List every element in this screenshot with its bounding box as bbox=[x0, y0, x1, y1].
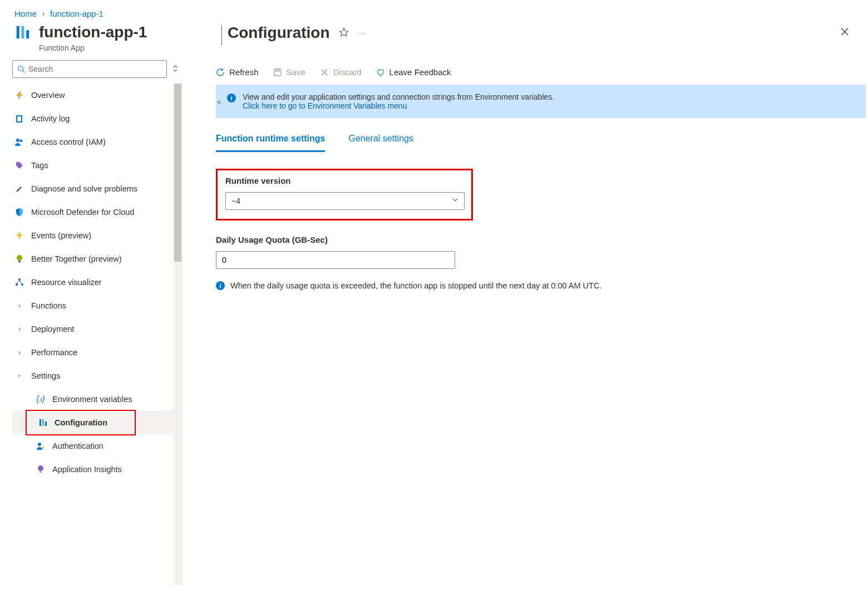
nav-diagnose[interactable]: Diagnose and solve problems bbox=[12, 177, 183, 200]
runtime-version-group: Runtime version ~4 bbox=[216, 169, 473, 220]
banner-link[interactable]: Click here to go to Environment Variable… bbox=[243, 101, 407, 110]
daily-quota-input[interactable] bbox=[222, 256, 449, 264]
close-icon[interactable] bbox=[840, 27, 849, 39]
lightbulb-icon bbox=[14, 254, 24, 263]
nav-label: Diagnose and solve problems bbox=[31, 184, 137, 193]
nav-label: Functions bbox=[31, 301, 66, 310]
daily-quota-label: Daily Usage Quota (GB-Sec) bbox=[216, 235, 868, 244]
shield-icon bbox=[14, 208, 24, 217]
svg-rect-15 bbox=[18, 261, 21, 262]
svg-rect-27 bbox=[40, 471, 42, 473]
svg-rect-2 bbox=[26, 30, 29, 38]
nav-access-control[interactable]: Access control (IAM) bbox=[12, 130, 183, 154]
breadcrumb-resource[interactable]: function-app-1 bbox=[50, 9, 103, 18]
chevron-right-icon: › bbox=[14, 349, 24, 356]
nav-label: Performance bbox=[31, 348, 77, 357]
variable-icon: {𝑥} bbox=[36, 394, 46, 404]
sidebar-search[interactable] bbox=[12, 60, 167, 78]
discard-button: Discard bbox=[320, 67, 362, 77]
info-icon: i bbox=[227, 94, 236, 102]
nav-application-insights[interactable]: Application Insights bbox=[12, 458, 183, 481]
svg-rect-29 bbox=[276, 69, 279, 71]
nav-activity-log[interactable]: Activity log bbox=[12, 107, 183, 130]
svg-line-20 bbox=[19, 281, 22, 283]
runtime-version-label: Runtime version bbox=[225, 176, 463, 185]
log-icon bbox=[14, 114, 24, 123]
svg-line-7 bbox=[23, 70, 25, 72]
breadcrumb-home[interactable]: Home bbox=[14, 9, 37, 18]
svg-point-11 bbox=[16, 139, 19, 142]
info-icon: i bbox=[216, 281, 225, 290]
nav-events[interactable]: Events (preview) bbox=[12, 224, 183, 247]
sidebar-nav: Overview Activity log Access control (IA… bbox=[12, 84, 183, 585]
nav-label: Events (preview) bbox=[31, 231, 91, 240]
nav-better-together[interactable]: Better Together (preview) bbox=[12, 247, 183, 271]
svg-point-14 bbox=[17, 255, 22, 261]
tab-general-settings[interactable]: General settings bbox=[348, 134, 413, 152]
refresh-label: Refresh bbox=[229, 67, 259, 77]
svg-point-6 bbox=[18, 66, 23, 71]
svg-rect-0 bbox=[17, 26, 19, 39]
svg-rect-23 bbox=[45, 422, 47, 426]
nav-label: Authentication bbox=[52, 442, 103, 450]
search-icon bbox=[17, 65, 25, 73]
expand-collapse-icon[interactable] bbox=[172, 65, 178, 73]
discard-icon bbox=[320, 68, 329, 77]
svg-rect-1 bbox=[22, 26, 24, 39]
svg-rect-10 bbox=[17, 116, 21, 121]
info-banner: i View and edit your application setting… bbox=[216, 85, 866, 118]
runtime-version-value: ~4 bbox=[231, 197, 240, 205]
nav-configuration[interactable]: Configuration bbox=[12, 411, 183, 434]
title-divider bbox=[221, 25, 222, 45]
runtime-version-select[interactable]: ~4 bbox=[225, 192, 465, 210]
sidebar-scrollbar[interactable] bbox=[173, 84, 183, 585]
nav-settings[interactable]: › Settings bbox=[12, 364, 183, 388]
sidebar-search-input[interactable] bbox=[28, 65, 162, 73]
nav-environment-variables[interactable]: {𝑥} Environment variables bbox=[12, 388, 183, 411]
daily-quota-info: When the daily usage quota is exceeded, … bbox=[230, 281, 601, 290]
nav-label: Environment variables bbox=[52, 395, 132, 404]
visualizer-icon bbox=[14, 278, 24, 287]
breadcrumb: Home › function-app-1 bbox=[0, 0, 868, 24]
nav-tags[interactable]: Tags bbox=[12, 154, 183, 177]
save-icon bbox=[273, 68, 282, 77]
favorite-star-icon[interactable] bbox=[339, 27, 349, 39]
configuration-icon bbox=[38, 418, 48, 427]
svg-point-25 bbox=[42, 447, 44, 449]
svg-point-16 bbox=[18, 278, 21, 281]
collapse-sidebar-icon[interactable]: « bbox=[217, 97, 221, 106]
config-tabs: Function runtime settings General settin… bbox=[216, 118, 868, 152]
svg-marker-3 bbox=[339, 28, 348, 36]
svg-rect-21 bbox=[40, 419, 41, 426]
page-title: Configuration bbox=[228, 24, 330, 42]
svg-point-26 bbox=[38, 465, 43, 471]
refresh-icon bbox=[216, 68, 225, 77]
refresh-button[interactable]: Refresh bbox=[216, 67, 259, 77]
nav-authentication[interactable]: Authentication bbox=[12, 434, 183, 458]
more-icon[interactable]: ··· bbox=[358, 29, 367, 37]
nav-performance[interactable]: › Performance bbox=[12, 341, 183, 364]
tab-runtime-settings[interactable]: Function runtime settings bbox=[216, 134, 325, 152]
nav-label: Settings bbox=[31, 371, 60, 380]
save-label: Save bbox=[287, 67, 305, 77]
save-button: Save bbox=[273, 67, 305, 77]
svg-marker-13 bbox=[17, 231, 22, 240]
daily-quota-input-wrapper[interactable] bbox=[216, 251, 455, 269]
nav-deployment[interactable]: › Deployment bbox=[12, 317, 183, 341]
svg-point-17 bbox=[16, 283, 18, 286]
svg-rect-22 bbox=[42, 419, 44, 426]
tag-icon bbox=[14, 161, 24, 170]
feedback-label: Leave Feedback bbox=[389, 67, 451, 77]
function-app-icon bbox=[14, 24, 31, 42]
feedback-button[interactable]: Leave Feedback bbox=[376, 67, 451, 77]
nav-resource-visualizer[interactable]: Resource visualizer bbox=[12, 271, 183, 294]
nav-label: Resource visualizer bbox=[31, 278, 102, 287]
nav-functions[interactable]: › Functions bbox=[12, 294, 183, 317]
scrollbar-thumb[interactable] bbox=[174, 84, 181, 262]
heart-icon bbox=[376, 68, 385, 77]
nav-label: Tags bbox=[31, 161, 48, 170]
discard-label: Discard bbox=[333, 67, 362, 77]
nav-overview[interactable]: Overview bbox=[12, 84, 183, 107]
lightning-icon bbox=[14, 231, 24, 240]
nav-defender[interactable]: Microsoft Defender for Cloud bbox=[12, 200, 183, 224]
